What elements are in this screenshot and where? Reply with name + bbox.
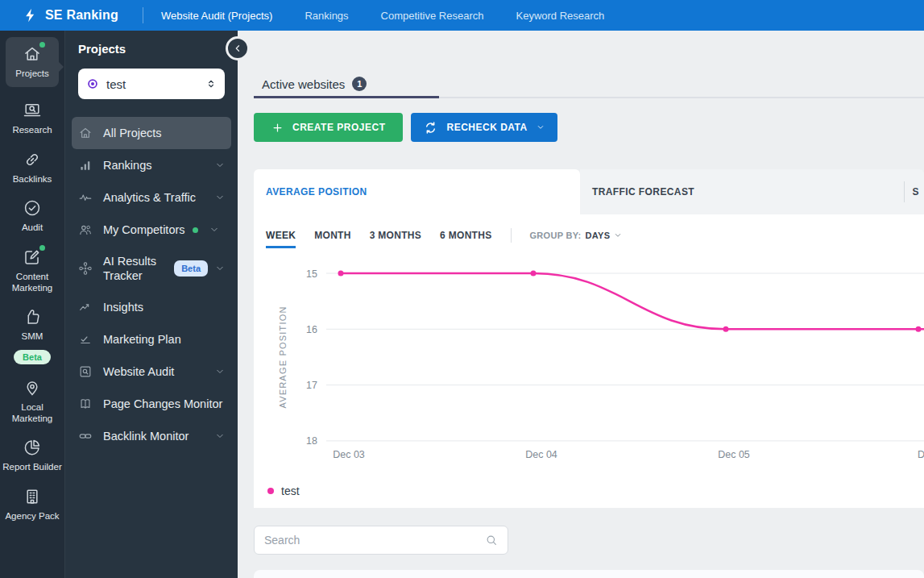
brand-name: SE Ranking — [45, 8, 118, 23]
bar-chart-icon — [78, 158, 93, 173]
chart-tabstrip-rest: TRAFFIC FORECAST S — [580, 169, 924, 214]
chart-card-body: WEEK MONTH 3 MONTHS 6 MONTHS GROUP BY: D… — [254, 214, 924, 508]
project-target-icon — [86, 77, 99, 90]
chevron-down-icon — [537, 123, 545, 131]
topnav-rankings[interactable]: Rankings — [305, 10, 348, 22]
topbar-divider — [143, 7, 143, 23]
checklist-icon — [78, 332, 93, 347]
svg-text:AVERAGE POSITION: AVERAGE POSITION — [278, 306, 288, 408]
tab-traffic-forecast[interactable]: TRAFFIC FORECAST — [592, 186, 694, 198]
period-tabs-row: WEEK MONTH 3 MONTHS 6 MONTHS GROUP BY: D… — [254, 214, 924, 243]
se-ranking-logo[interactable]: SE Ranking — [0, 7, 118, 23]
recheck-data-button[interactable]: RECHECK DATA — [411, 113, 557, 142]
menu-item-analytics-traffic[interactable]: Analytics & Traffic — [72, 181, 231, 214]
search-input[interactable] — [264, 534, 485, 547]
menu-item-my-competitors[interactable]: My Competitors — [72, 214, 231, 246]
tab-active-underline — [254, 96, 439, 98]
content-marketing-edit-icon — [23, 247, 42, 267]
main-content: Active websites 1 CREATE PROJECT RECHECK… — [238, 31, 924, 578]
tab-average-position[interactable]: AVERAGE POSITION — [254, 169, 580, 214]
bolt-logo-icon — [23, 7, 39, 23]
sidebar-item-projects[interactable]: Projects — [6, 37, 59, 87]
search-square-icon — [78, 364, 93, 379]
chain-link-icon — [78, 429, 93, 443]
chevron-left-icon — [233, 44, 242, 53]
sidebar-item-smm[interactable]: SMM Beta — [2, 307, 63, 364]
period-month[interactable]: MONTH — [314, 230, 351, 241]
audit-check-circle-icon — [23, 198, 42, 218]
tab-active-websites[interactable]: Active websites 1 — [262, 77, 367, 91]
projects-home-icon — [23, 44, 42, 64]
search-box — [254, 526, 508, 555]
chevron-down-icon — [215, 367, 225, 376]
group-by-dropdown[interactable]: GROUP BY: DAYS — [530, 231, 623, 240]
topnav-competitive-research[interactable]: Competitive Research — [381, 10, 484, 22]
svg-text:15: 15 — [306, 268, 317, 280]
main-sidebar: Projects Research Backlinks Audit Conten… — [0, 31, 64, 578]
project-selector[interactable]: test — [78, 69, 225, 99]
sidebar-item-report-builder[interactable]: Report Builder — [2, 438, 63, 472]
menu-item-rankings[interactable]: Rankings — [72, 149, 231, 181]
project-menu: All Projects Rankings Analytics & Traffi… — [65, 117, 238, 452]
active-websites-label: Active websites — [262, 77, 345, 91]
svg-text:18: 18 — [306, 435, 317, 447]
svg-text:Dec 05: Dec 05 — [718, 449, 750, 460]
average-position-line-chart: 15161718Dec 03Dec 04Dec 05DecAVERAGE POS… — [254, 258, 924, 477]
book-icon — [78, 397, 93, 411]
menu-item-backlink-monitor[interactable]: Backlink Monitor — [72, 420, 231, 452]
plus-icon — [271, 122, 284, 134]
smm-thumb-up-icon — [23, 307, 42, 326]
project-selector-value: test — [106, 77, 205, 91]
period-week[interactable]: WEEK — [266, 230, 296, 241]
period-divider — [511, 228, 512, 243]
agency-pack-building-icon — [23, 487, 42, 506]
top-navigation-bar: SE Ranking Website Audit (Projects) Rank… — [0, 0, 924, 31]
chevron-down-icon — [614, 231, 622, 239]
sidebar-item-agency-pack[interactable]: Agency Pack — [2, 487, 63, 522]
menu-item-website-audit[interactable]: Website Audit — [72, 356, 231, 388]
search-icon[interactable] — [485, 534, 498, 547]
project-sidebar-title: Projects — [65, 31, 238, 56]
tab-clipped[interactable]: S — [905, 186, 924, 198]
sidebar-item-audit[interactable]: Audit — [2, 198, 63, 233]
topnav-website-audit[interactable]: Website Audit (Projects) — [161, 10, 272, 22]
backlinks-link-icon — [23, 150, 42, 169]
active-websites-count-badge: 1 — [352, 77, 367, 91]
menu-item-all-projects[interactable]: All Projects — [72, 117, 231, 149]
period-6-months[interactable]: 6 MONTHS — [440, 230, 491, 241]
project-sidebar: Projects test All Projects Rankings Anal… — [64, 31, 238, 578]
ai-beta-badge: Beta — [174, 260, 208, 277]
topnav-keyword-research[interactable]: Keyword Research — [516, 10, 604, 22]
menu-item-ai-results-tracker[interactable]: AI Results Tracker Beta — [72, 246, 231, 291]
legend-dot — [267, 488, 274, 494]
topbar-nav: Website Audit (Projects) Rankings Compet… — [161, 10, 604, 22]
menu-item-page-changes-monitor[interactable]: Page Changes Monitor — [72, 388, 231, 420]
sidebar-item-research[interactable]: Research — [2, 101, 63, 135]
svg-text:17: 17 — [306, 380, 317, 391]
sidebar-item-content-marketing[interactable]: Content Marketing — [2, 247, 63, 294]
period-3-months[interactable]: 3 MONTHS — [370, 230, 421, 241]
menu-item-marketing-plan[interactable]: Marketing Plan — [72, 323, 231, 356]
legend-item-test[interactable]: test — [267, 484, 300, 497]
trending-icon — [78, 300, 93, 314]
svg-text:Dec 04: Dec 04 — [525, 449, 557, 460]
ai-tracker-icon — [78, 261, 93, 276]
chevron-down-icon — [215, 193, 225, 202]
refresh-icon — [424, 121, 437, 135]
create-project-button[interactable]: CREATE PROJECT — [254, 113, 403, 142]
local-marketing-pin-icon — [23, 378, 42, 397]
svg-text:Dec: Dec — [918, 449, 924, 460]
menu-item-insights[interactable]: Insights — [72, 291, 231, 323]
chevron-down-icon — [215, 160, 225, 170]
svg-text:Dec 03: Dec 03 — [333, 449, 365, 460]
sidebar-item-local-marketing[interactable]: Local Marketing — [2, 378, 63, 425]
chevron-down-icon — [209, 225, 219, 235]
chevron-updown-icon — [205, 78, 217, 89]
svg-text:16: 16 — [306, 324, 317, 335]
notification-dot — [193, 227, 198, 233]
notification-dot — [39, 245, 45, 251]
sidebar-item-backlinks[interactable]: Backlinks — [2, 150, 63, 185]
chart-tabstrip: AVERAGE POSITION TRAFFIC FORECAST S — [254, 169, 924, 214]
websites-list-card-partial — [254, 570, 924, 578]
sidebar-collapse-button[interactable] — [226, 36, 250, 60]
